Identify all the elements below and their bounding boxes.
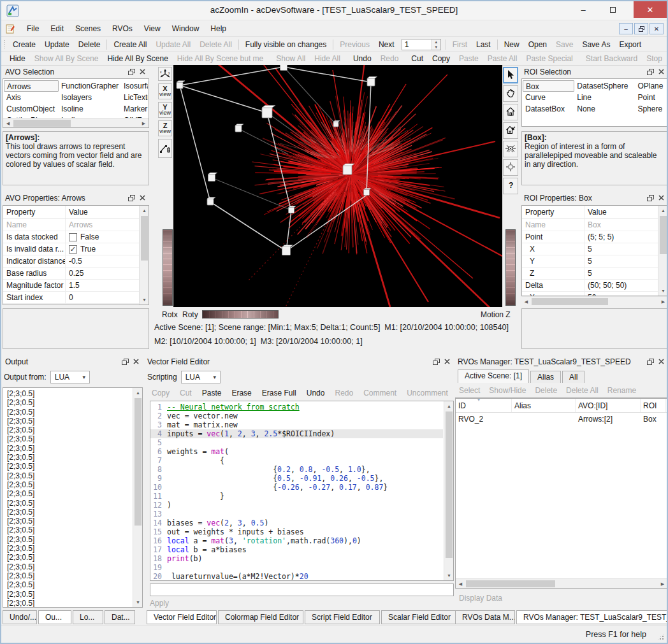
editor-vscrollbar[interactable]: ▲ ▼	[444, 401, 453, 580]
list-item-datasetbox[interactable]: DatasetBox	[523, 103, 574, 115]
code-line-12[interactable]: 12)	[150, 501, 443, 510]
prop-row-point[interactable]: Point(5; 5; 5)	[522, 231, 658, 243]
code-line-16[interactable]: 16local a = mat(3, 'rotation',math.rad(3…	[150, 536, 443, 545]
code-line-3[interactable]: 3mat = matrix.new	[150, 420, 443, 429]
prop-header-value[interactable]: Value	[66, 206, 139, 218]
toolbar-button-last[interactable]: Last	[472, 39, 495, 50]
close-icon[interactable]	[657, 194, 665, 202]
rvos-header-alias[interactable]: Alias	[512, 399, 576, 412]
editor-command-input[interactable]	[150, 583, 454, 596]
list-item-oplane[interactable]: OPlane	[635, 80, 667, 92]
menu-help[interactable]: Help	[205, 22, 232, 35]
toolbar-button-first[interactable]: First	[448, 39, 472, 50]
dock-tab-scalar-field-editor[interactable]: Scalar Field Editor	[381, 610, 456, 624]
roi-properties-hscrollbar[interactable]: ◀ ▶	[521, 296, 668, 306]
close-icon[interactable]	[657, 358, 665, 366]
toolbar-button-update-all[interactable]: Update All	[151, 39, 195, 50]
x-view-button[interactable]: Xview	[158, 83, 172, 99]
list-item-isolayers[interactable]: Isolayers	[59, 92, 121, 103]
toolbar-button-open[interactable]: Open	[524, 39, 551, 50]
toolbar-button-paste-all[interactable]: Paste All	[483, 53, 522, 64]
rvos-header-avo-id-[interactable]: AVO:[ID]	[576, 399, 641, 412]
toolbar-button-stop[interactable]: Stop	[642, 53, 667, 64]
list-item-point[interactable]: Point	[635, 92, 667, 103]
editor-erase-full-button[interactable]: Erase Full	[258, 387, 301, 399]
display-data-button[interactable]: Display Data	[459, 594, 502, 603]
code-editor-box[interactable]: 1-- Neural network from scratch2vec = ve…	[150, 401, 454, 581]
roty-label[interactable]: Roty	[182, 310, 198, 319]
document-icon[interactable]	[5, 24, 16, 34]
roi-properties-vscrollbar[interactable]: ▲ ▼	[658, 206, 667, 296]
toolbar-button-update[interactable]: Update	[40, 39, 74, 50]
rvos-delete-button[interactable]: Delete	[535, 386, 557, 395]
code-line-8[interactable]: 8 {0.2, 0.8, -0.5, 1.0},	[150, 465, 443, 474]
prop-row-name[interactable]: NameBox	[522, 219, 658, 231]
prop-row-y[interactable]: Y5	[522, 255, 658, 268]
editor-uncomment-button[interactable]: Uncomment	[402, 387, 453, 399]
code-line-19[interactable]: 19	[150, 563, 443, 572]
rvos-tab-alias[interactable]: Alias	[530, 371, 561, 383]
prop-row-z[interactable]: Z5	[522, 268, 658, 280]
rvos-hscrollbar[interactable]: ◀ ▶	[456, 578, 667, 588]
scene-number-input[interactable]	[402, 39, 432, 50]
scripting-combo[interactable]: LUA ▼	[181, 371, 221, 383]
right-color-slider[interactable]	[505, 229, 516, 306]
code-line-4[interactable]: 4inputs = vec(1, 2, 3, 2.5*$ROICIIndex)	[150, 429, 443, 438]
list-item-marker[interactable]: Marker	[121, 103, 148, 115]
prop-header-value[interactable]: Value	[584, 206, 658, 218]
spin-down-icon[interactable]: ▼	[432, 45, 440, 50]
toolbar-button-delete-all[interactable]: Delete All	[195, 39, 236, 50]
prop-row-is-data-stocked[interactable]: Is data stockedFalse	[3, 231, 139, 243]
rvos-tab-all[interactable]: All	[562, 371, 584, 383]
code-line-13[interactable]: 13	[150, 510, 443, 519]
measure-delete-button[interactable]	[158, 139, 172, 158]
toolbar-handle[interactable]	[3, 40, 6, 49]
code-line-20[interactable]: 20_luareturnvalue=(a*M2!Vector)*20	[150, 572, 443, 580]
close-icon[interactable]	[132, 358, 140, 366]
toolbar-button-previous[interactable]: Previous	[335, 39, 374, 50]
dock-tab-colormap-field-editor[interactable]: Colormap Field Editor	[218, 610, 303, 624]
close-icon[interactable]	[138, 194, 147, 202]
list-item-lictextur[interactable]: LicTextur	[121, 92, 148, 103]
list-item-isoline[interactable]: Isoline	[59, 103, 121, 115]
rvos-header-id[interactable]: ID▾	[456, 399, 512, 412]
float-icon[interactable]	[646, 68, 655, 76]
toolbar-button-create[interactable]: Create	[8, 39, 40, 50]
editor-comment-button[interactable]: Comment	[359, 387, 401, 399]
editor-paste-button[interactable]: Paste	[198, 387, 226, 399]
scene-number-spinbox[interactable]: ▲▼	[402, 39, 441, 50]
avo-list-hscrollbar[interactable]: ◀ ▶	[3, 118, 149, 127]
toolbar-button-redo[interactable]: Redo	[376, 53, 403, 64]
prop-row-delta[interactable]: Delta(50; 50; 50)	[522, 280, 658, 292]
menu-edit[interactable]: Edit	[45, 22, 69, 35]
prop-row-x[interactable]: X5	[522, 243, 658, 255]
dock-tab-ou-[interactable]: Ou...	[38, 610, 71, 624]
toolbar-button-create-all[interactable]: Create All	[109, 39, 151, 50]
list-item-box[interactable]: Box	[523, 80, 574, 92]
mdi-restore-button[interactable]	[634, 23, 648, 34]
list-item-sphere[interactable]: Sphere	[635, 103, 667, 115]
left-color-slider[interactable]	[163, 229, 173, 306]
list-item-line[interactable]: Line	[574, 92, 635, 103]
seek-tool-button[interactable]	[503, 159, 518, 176]
dock-tab-rvos-manager-test-luascalar9-test-[interactable]: RVOs Manager: TEST_LuaScalar9_TEST_...	[516, 610, 668, 624]
prop-row-indicator-distance[interactable]: Indicator distance-0.5	[3, 255, 139, 268]
close-icon[interactable]	[443, 358, 451, 366]
toolbar-button-cut[interactable]: Cut	[407, 53, 428, 64]
z-view-button[interactable]: Zview	[158, 120, 172, 136]
toolbar-button-start-backward[interactable]: Start Backward	[581, 53, 642, 64]
list-item-functiongrapher[interactable]: FunctionGrapher	[59, 80, 121, 92]
toolbar-button-undo[interactable]: Undo	[349, 53, 376, 64]
rvos-delete-all-button[interactable]: Delete All	[566, 386, 599, 395]
set-home-tool-button[interactable]	[503, 122, 518, 139]
toolbar-button-delete[interactable]: Delete	[74, 39, 105, 50]
viewport-3d[interactable]	[173, 65, 502, 307]
dock-tab-undo-[interactable]: Undo/...	[3, 610, 37, 624]
toolbar-button-paste[interactable]: Paste	[454, 53, 483, 64]
pointer-tool-button[interactable]	[503, 67, 518, 83]
float-icon[interactable]	[646, 194, 655, 202]
list-item-datasetsphere[interactable]: DatasetSphere	[574, 80, 635, 92]
prop-header-property[interactable]: Property	[3, 206, 66, 218]
avo-properties-vscrollbar[interactable]: ▲ ▼	[139, 206, 149, 304]
prop-row-magnitude-factor[interactable]: Magnitude factor1.5	[3, 280, 139, 292]
